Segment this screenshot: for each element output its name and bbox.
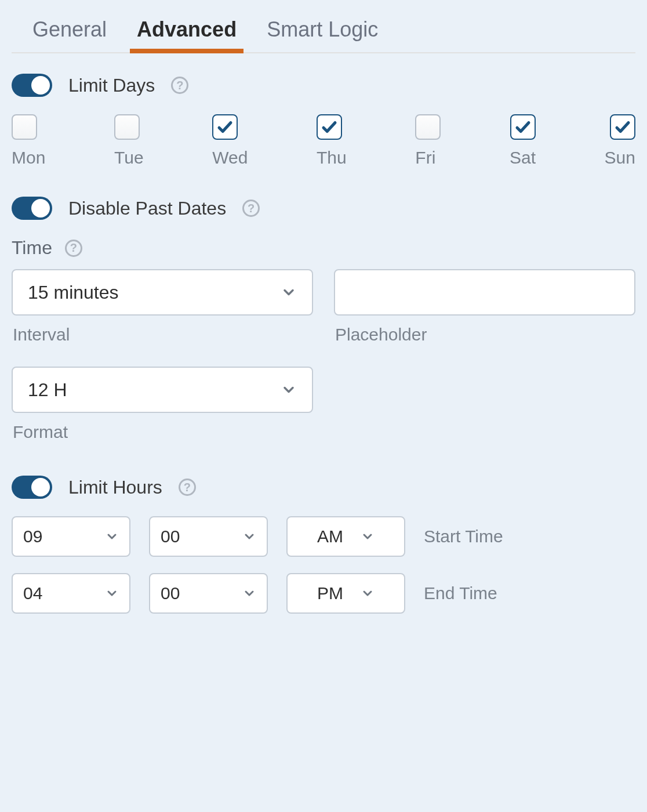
end-ampm-select[interactable]: PM: [286, 573, 405, 614]
start-hour-value: 09: [23, 527, 42, 546]
checkbox-tue[interactable]: [114, 114, 140, 140]
check-icon: [614, 118, 631, 136]
help-icon[interactable]: ?: [65, 240, 82, 257]
day-label-sun: Sun: [605, 148, 635, 168]
check-icon: [514, 118, 532, 136]
disable-past-toggle[interactable]: [12, 197, 52, 220]
format-select[interactable]: 12 H: [12, 367, 313, 413]
chevron-down-icon: [361, 586, 375, 600]
day-label-wed: Wed: [212, 148, 248, 168]
day-wed: Wed: [212, 114, 248, 168]
help-icon[interactable]: ?: [242, 200, 260, 217]
format-caption: Format: [13, 422, 313, 442]
time-heading: Time ?: [12, 237, 635, 259]
day-mon: Mon: [12, 114, 45, 168]
checkbox-mon[interactable]: [12, 114, 37, 140]
disable-past-row: Disable Past Dates ?: [12, 197, 635, 220]
tab-bar: General Advanced Smart Logic: [12, 12, 635, 53]
format-value: 12 H: [28, 379, 67, 401]
end-ampm-value: PM: [317, 583, 343, 603]
end-time-row: 04 00 PM End Time: [12, 573, 635, 614]
day-label-tue: Tue: [114, 148, 144, 168]
chevron-down-icon: [105, 586, 119, 600]
interval-select[interactable]: 15 minutes: [12, 269, 313, 316]
limit-days-toggle[interactable]: [12, 74, 52, 97]
checkbox-sun[interactable]: [610, 114, 635, 140]
start-time-row: 09 00 AM Start Time: [12, 516, 635, 557]
start-minute-value: 00: [161, 527, 180, 546]
end-minute-select[interactable]: 00: [149, 573, 268, 614]
day-fri: Fri: [415, 114, 441, 168]
start-ampm-value: AM: [317, 527, 343, 546]
chevron-down-icon: [281, 284, 297, 300]
checkbox-sat[interactable]: [510, 114, 536, 140]
start-hour-select[interactable]: 09: [12, 516, 130, 557]
time-heading-label: Time: [12, 237, 52, 259]
day-sat: Sat: [510, 114, 536, 168]
end-hour-value: 04: [23, 583, 42, 603]
limit-hours-label: Limit Hours: [68, 477, 162, 498]
day-label-thu: Thu: [317, 148, 347, 168]
limit-days-label: Limit Days: [68, 75, 155, 96]
chevron-down-icon: [281, 382, 297, 398]
check-icon: [216, 118, 234, 136]
start-minute-select[interactable]: 00: [149, 516, 268, 557]
day-sun: Sun: [605, 114, 635, 168]
day-label-mon: Mon: [12, 148, 45, 168]
interval-caption: Interval: [13, 325, 313, 345]
day-label-sat: Sat: [510, 148, 536, 168]
checkbox-thu[interactable]: [317, 114, 342, 140]
help-icon[interactable]: ?: [171, 77, 188, 94]
tab-smart-logic[interactable]: Smart Logic: [263, 12, 381, 52]
chevron-down-icon: [242, 586, 256, 600]
placeholder-caption: Placeholder: [335, 325, 635, 345]
end-time-label: End Time: [424, 583, 635, 603]
chevron-down-icon: [361, 530, 375, 543]
disable-past-label: Disable Past Dates: [68, 198, 226, 219]
start-ampm-select[interactable]: AM: [286, 516, 405, 557]
chevron-down-icon: [105, 530, 119, 543]
end-hour-select[interactable]: 04: [12, 573, 130, 614]
limit-days-row: Limit Days ?: [12, 74, 635, 97]
limit-hours-toggle[interactable]: [12, 476, 52, 499]
day-tue: Tue: [114, 114, 144, 168]
tab-advanced[interactable]: Advanced: [133, 12, 240, 52]
chevron-down-icon: [242, 530, 256, 543]
checkbox-fri[interactable]: [415, 114, 441, 140]
placeholder-input[interactable]: [334, 269, 635, 316]
start-time-label: Start Time: [424, 527, 635, 546]
check-icon: [321, 118, 338, 136]
end-minute-value: 00: [161, 583, 180, 603]
tab-general[interactable]: General: [29, 12, 110, 52]
help-icon[interactable]: ?: [179, 478, 196, 496]
days-selector: Mon Tue Wed Thu Fri Sat Sun: [12, 114, 635, 168]
day-label-fri: Fri: [415, 148, 435, 168]
day-thu: Thu: [317, 114, 347, 168]
interval-value: 15 minutes: [28, 282, 119, 303]
checkbox-wed[interactable]: [212, 114, 238, 140]
limit-hours-row: Limit Hours ?: [12, 476, 635, 499]
